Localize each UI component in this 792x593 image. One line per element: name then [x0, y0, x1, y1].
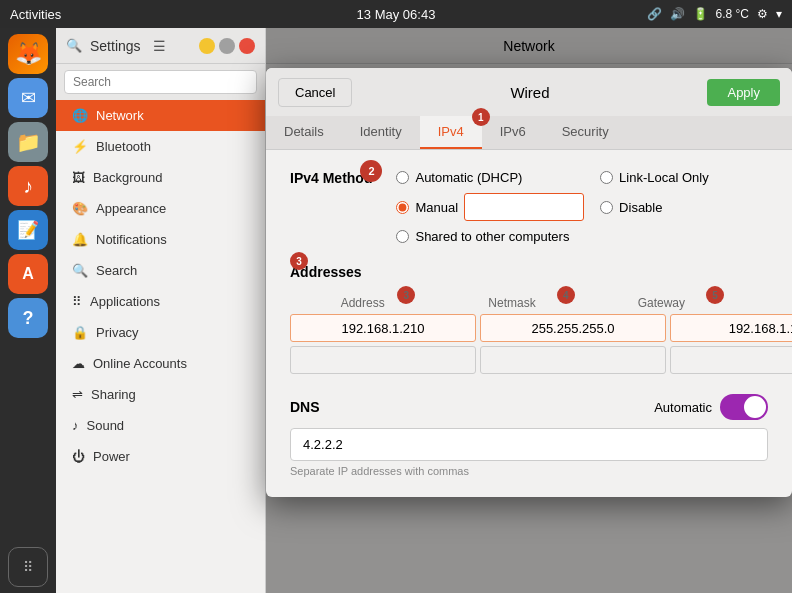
settings-titlebar: 🔍 Settings ☰ [56, 28, 265, 64]
dock-files[interactable]: 📁 [8, 122, 48, 162]
dialog-title: Wired [360, 84, 699, 101]
sidebar-item-network[interactable]: 🌐 Network [56, 100, 265, 131]
toggle-knob [744, 396, 766, 418]
topbar-chevron: ▾ [776, 7, 782, 21]
minimize-button[interactable] [199, 38, 215, 54]
sidebar-item-applications[interactable]: ⠿ Applications [56, 286, 265, 317]
sidebar-item-sound[interactable]: ♪ Sound [56, 410, 265, 441]
online-nav-label: Online Accounts [93, 356, 187, 371]
tab-ipv6[interactable]: IPv6 [482, 116, 544, 149]
dock-writer[interactable]: 📝 [8, 210, 48, 250]
dns-hint: Separate IP addresses with commas [290, 465, 768, 477]
search-nav-label: Search [96, 263, 137, 278]
activities-button[interactable]: Activities [10, 7, 61, 22]
sidebar-item-power[interactable]: ⏻ Power [56, 441, 265, 472]
address-row-1: 🗑 [290, 314, 768, 342]
dns-auto-label: Automatic [654, 400, 712, 415]
dns-section: DNS Automatic Separate IP addresses with… [290, 394, 768, 477]
method-manual-label: Manual [415, 200, 458, 215]
background-nav-icon: 🖼 [72, 170, 85, 185]
netmask-input-2[interactable] [480, 346, 666, 374]
dialog-header: Cancel Wired Apply [266, 68, 792, 116]
notifications-nav-icon: 🔔 [72, 232, 88, 247]
power-nav-label: Power [93, 449, 130, 464]
method-auto[interactable]: Automatic (DHCP) [396, 170, 584, 185]
tab-identity[interactable]: Identity [342, 116, 420, 149]
ipv4-method-section: IPv4 Method 2 Automatic (DHCP) [290, 170, 768, 244]
dock-help[interactable]: ? [8, 298, 48, 338]
dns-toggle-row: Automatic [654, 394, 768, 420]
sidebar-item-online[interactable]: ☁ Online Accounts [56, 348, 265, 379]
settings-window-title: Settings [90, 38, 141, 54]
sharing-nav-label: Sharing [91, 387, 136, 402]
dns-auto-toggle[interactable] [720, 394, 768, 420]
notifications-nav-label: Notifications [96, 232, 167, 247]
dock: 🦊 ✉ 📁 ♪ 📝 A ? ⠿ [0, 28, 56, 593]
netmask-col-header: Netmask 4 [439, 296, 584, 310]
netmask-input-1[interactable] [480, 314, 666, 342]
power-nav-icon: ⏻ [72, 449, 85, 464]
applications-nav-icon: ⠿ [72, 294, 82, 309]
network-nav-label: Network [96, 108, 144, 123]
topbar: Activities 13 May 06:43 🔗 🔊 🔋 6.8 °C ⚙ ▾ [0, 0, 792, 28]
tab-security[interactable]: Security [544, 116, 627, 149]
gateway-col-header: Gateway 5 [589, 296, 734, 310]
address-col-header: Address 3 [290, 296, 435, 310]
dialog-overlay: Cancel Wired Apply Details Identity IPv4… [266, 28, 792, 593]
search-nav-icon: 🔍 [72, 263, 88, 278]
dns-input[interactable] [290, 428, 768, 461]
dialog-tabs: Details Identity IPv4 1 IPv6 Security [266, 116, 792, 150]
tab-details[interactable]: Details [266, 116, 342, 149]
sidebar-item-appearance[interactable]: 🎨 Appearance [56, 193, 265, 224]
network-panel: Network Wired + Wired connection ⚙ VPN +… [266, 28, 792, 593]
apply-button[interactable]: Apply [707, 79, 780, 106]
sidebar-item-background[interactable]: 🖼 Background [56, 162, 265, 193]
maximize-button[interactable] [219, 38, 235, 54]
sidebar-item-search[interactable]: 🔍 Search [56, 255, 265, 286]
gateway-input-1[interactable] [670, 314, 792, 342]
privacy-nav-label: Privacy [96, 325, 139, 340]
dock-apps[interactable]: ⠿ [8, 547, 48, 587]
dns-header: DNS Automatic [290, 394, 768, 420]
dns-title: DNS [290, 399, 320, 415]
sidebar-item-bluetooth[interactable]: ⚡ Bluetooth [56, 131, 265, 162]
close-button[interactable] [239, 38, 255, 54]
dialog-body: IPv4 Method 2 Automatic (DHCP) [266, 150, 792, 497]
sidebar-item-privacy[interactable]: 🔒 Privacy [56, 317, 265, 348]
bluetooth-nav-icon: ⚡ [72, 139, 88, 154]
sidebar-item-notifications[interactable]: 🔔 Notifications [56, 224, 265, 255]
addresses-title: Addresses 3 [290, 264, 362, 280]
settings-search-input[interactable] [64, 70, 257, 94]
bluetooth-nav-label: Bluetooth [96, 139, 151, 154]
network-nav-icon: 🌐 [72, 108, 88, 123]
dock-firefox[interactable]: 🦊 [8, 34, 48, 74]
addresses-section: Addresses 3 Address 3 Netmask 4 [290, 264, 768, 374]
topbar-datetime: 13 May 06:43 [357, 7, 436, 22]
dock-music[interactable]: ♪ [8, 166, 48, 206]
online-nav-icon: ☁ [72, 356, 85, 371]
method-shared[interactable]: Shared to other computers [396, 229, 768, 244]
address-input-2[interactable] [290, 346, 476, 374]
sound-nav-label: Sound [87, 418, 125, 433]
method-manual[interactable]: Manual [396, 193, 584, 221]
appearance-nav-icon: 🎨 [72, 201, 88, 216]
method-options: Automatic (DHCP) Link-Local Only Manual [396, 170, 768, 244]
temperature-display: 6.8 °C [716, 7, 749, 21]
dock-appstore[interactable]: A [8, 254, 48, 294]
battery-icon: 🔋 [693, 7, 708, 21]
wired-dialog: Cancel Wired Apply Details Identity IPv4… [266, 68, 792, 497]
volume-icon: 🔊 [670, 7, 685, 21]
cancel-button[interactable]: Cancel [278, 78, 352, 107]
background-nav-label: Background [93, 170, 162, 185]
network-status-icon: 🔗 [647, 7, 662, 21]
gateway-input-2[interactable] [670, 346, 792, 374]
method-disable-label: Disable [619, 200, 662, 215]
manual-text-input[interactable] [464, 193, 584, 221]
method-link-local[interactable]: Link-Local Only [600, 170, 768, 185]
addresses-header: Address 3 Netmask 4 Gateway 5 [290, 296, 768, 310]
sidebar-item-sharing[interactable]: ⇌ Sharing [56, 379, 265, 410]
method-disable[interactable]: Disable [600, 193, 768, 221]
tab-ipv4[interactable]: IPv4 1 [420, 116, 482, 149]
address-input-1[interactable] [290, 314, 476, 342]
dock-email[interactable]: ✉ [8, 78, 48, 118]
